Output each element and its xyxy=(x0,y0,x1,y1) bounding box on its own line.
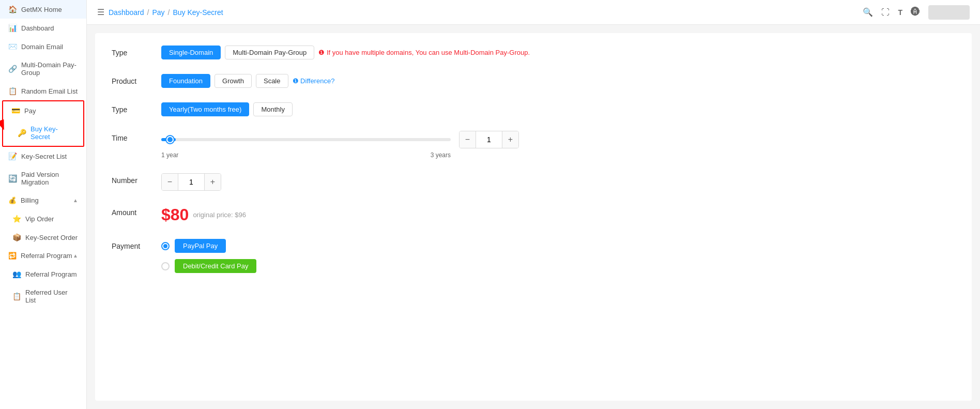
sidebar-item-vip-order[interactable]: ⭐ Vip Order xyxy=(0,209,86,228)
debit-pay-btn[interactable]: Debit/Credit Card Pay xyxy=(175,259,256,273)
payment-content: PayPal Pay Debit/Credit Card Pay xyxy=(161,239,955,273)
sidebar-item-paid-migration[interactable]: 🔄 Paid Version Migration xyxy=(0,165,86,191)
multi-domain-btn[interactable]: Multi-Domain Pay-Group xyxy=(225,46,314,59)
dashboard-icon: 📊 xyxy=(8,24,17,32)
billing-type-row: Type Yearly(Two months free) Monthly xyxy=(112,102,955,116)
list-icon: 📋 xyxy=(8,87,17,95)
breadcrumb-current[interactable]: Buy Key-Secret xyxy=(173,8,223,17)
sidebar: 🏠 GetMX Home 📊 Dashboard ✉️ Domain Email… xyxy=(0,0,87,409)
migration-icon: 🔄 xyxy=(8,174,17,183)
breadcrumb-pay[interactable]: Pay xyxy=(152,8,164,17)
number-stepper-plus[interactable]: + xyxy=(204,174,221,190)
text-icon[interactable]: T xyxy=(898,8,902,17)
time-stepper-minus[interactable]: − xyxy=(460,131,476,148)
amount-label: Amount xyxy=(112,205,153,217)
time-row: Time − + 1 year 3 years xyxy=(112,131,955,159)
growth-btn[interactable]: Growth xyxy=(215,74,252,88)
order-icon: 📦 xyxy=(12,233,21,241)
sidebar-item-buy-key-secret[interactable]: 🔑 Buy Key-Secret xyxy=(3,120,83,146)
foundation-btn[interactable]: Foundation xyxy=(161,74,210,88)
user-avatar xyxy=(928,5,970,20)
yearly-btn[interactable]: Yearly(Two months free) xyxy=(161,102,249,116)
billing-chevron: ▲ xyxy=(73,198,78,203)
sidebar-item-pay[interactable]: 💳 Pay xyxy=(3,101,83,120)
ref-list-icon: 📋 xyxy=(12,292,21,300)
slider-labels: 1 year 3 years xyxy=(161,152,451,159)
product-content: Foundation Growth Scale ❶ Difference? xyxy=(161,74,955,88)
ref-prog-icon: 👥 xyxy=(12,270,21,278)
fullscreen-icon[interactable]: ⛶ xyxy=(881,8,890,17)
topbar-right: 🔍 ⛶ T 🅐 xyxy=(863,5,970,20)
referral-icon: 🔁 xyxy=(8,252,17,260)
debit-radio[interactable] xyxy=(161,262,170,270)
sidebar-item-key-secret-order[interactable]: 📦 Key-Secret Order xyxy=(0,228,86,247)
link-icon: 🔗 xyxy=(8,65,17,73)
type-row: Type Single-Domain Multi-Domain Pay-Grou… xyxy=(112,46,955,59)
billing-group-left: 💰 Billing xyxy=(8,196,39,204)
time-slider-row: − + xyxy=(161,131,519,148)
email-icon: ✉️ xyxy=(8,42,17,51)
number-stepper: − + xyxy=(161,173,221,191)
account-icon[interactable]: 🅐 xyxy=(911,7,920,18)
monthly-btn[interactable]: Monthly xyxy=(253,102,293,116)
home-icon: 🏠 xyxy=(8,5,17,13)
number-stepper-input[interactable] xyxy=(178,174,204,190)
time-slider-thumb[interactable] xyxy=(166,136,174,143)
time-label: Time xyxy=(112,131,153,142)
time-stepper-input[interactable] xyxy=(476,131,502,148)
number-stepper-minus[interactable]: − xyxy=(162,174,178,190)
breadcrumb-sep2: / xyxy=(168,8,170,17)
referral-group-header[interactable]: 🔁 Referral Program ▲ xyxy=(0,247,86,265)
difference-link[interactable]: ❶ Difference? xyxy=(293,77,335,85)
payment-label: Payment xyxy=(112,239,153,250)
sidebar-item-referred-user-list[interactable]: 📋 Referred User List xyxy=(0,283,86,309)
referral-group-left: 🔁 Referral Program xyxy=(8,252,72,260)
topbar-left: ☰ Dashboard / Pay / Buy Key-Secret xyxy=(97,7,223,17)
billing-content: Yearly(Two months free) Monthly xyxy=(161,102,955,116)
breadcrumb-dashboard[interactable]: Dashboard xyxy=(109,8,144,17)
time-content: − + 1 year 3 years xyxy=(161,131,955,159)
list2-icon: 📝 xyxy=(8,152,17,160)
sidebar-item-getmx-home[interactable]: 🏠 GetMX Home xyxy=(0,0,86,19)
breadcrumb: Dashboard / Pay / Buy Key-Secret xyxy=(109,8,223,17)
type-info: ❶ If you have multiple domains, You can … xyxy=(318,49,530,56)
menu-icon[interactable]: ☰ xyxy=(97,7,104,17)
search-icon[interactable]: 🔍 xyxy=(863,7,873,17)
slider-max-label: 3 years xyxy=(431,152,451,159)
sidebar-item-random-email[interactable]: 📋 Random Email List xyxy=(0,82,86,100)
pay-highlight-box: 💳 Pay 🔑 Buy Key-Secret xyxy=(2,100,84,147)
type-content: Single-Domain Multi-Domain Pay-Group ❶ I… xyxy=(161,46,955,59)
pay-group: 💳 Pay 🔑 Buy Key-Secret xyxy=(0,100,86,147)
sidebar-item-referral-program[interactable]: 👥 Referral Program xyxy=(0,265,86,283)
amount-original: original price: $96 xyxy=(193,211,246,219)
time-stepper-plus[interactable]: + xyxy=(502,131,518,148)
topbar: ☰ Dashboard / Pay / Buy Key-Secret 🔍 ⛶ T… xyxy=(87,0,980,25)
sidebar-item-domain-email[interactable]: ✉️ Domain Email xyxy=(0,37,86,56)
time-slider-track[interactable] xyxy=(161,138,451,141)
paypal-pay-btn[interactable]: PayPal Pay xyxy=(175,239,226,253)
payment-debit: Debit/Credit Card Pay xyxy=(161,259,256,273)
billing-label: Type xyxy=(112,102,153,114)
amount-row: Amount $80 original price: $96 xyxy=(112,205,955,224)
billing-group-header[interactable]: 💰 Billing ▲ xyxy=(0,191,86,209)
pay-icon: 💳 xyxy=(11,107,20,115)
scale-btn[interactable]: Scale xyxy=(256,74,288,88)
slider-min-label: 1 year xyxy=(161,152,178,159)
single-domain-btn[interactable]: Single-Domain xyxy=(161,46,221,59)
vip-icon: ⭐ xyxy=(12,215,21,223)
main-area: ☰ Dashboard / Pay / Buy Key-Secret 🔍 ⛶ T… xyxy=(87,0,980,409)
sidebar-item-dashboard[interactable]: 📊 Dashboard xyxy=(0,19,86,37)
paypal-radio[interactable] xyxy=(161,242,170,250)
amount-content: $80 original price: $96 xyxy=(161,205,955,224)
product-label: Product xyxy=(112,74,153,85)
number-content: − + xyxy=(161,173,955,191)
number-label: Number xyxy=(112,173,153,185)
payment-row: Payment PayPal Pay Debit/Credit Card Pay xyxy=(112,239,955,273)
sidebar-item-key-secret-list[interactable]: 📝 Key-Secret List xyxy=(0,147,86,165)
sidebar-item-multi-domain[interactable]: 🔗 Multi-Domain Pay-Group xyxy=(0,56,86,82)
billing-icon: 💰 xyxy=(8,196,17,204)
number-row: Number − + xyxy=(112,173,955,191)
type-label: Type xyxy=(112,46,153,57)
payment-paypal: PayPal Pay xyxy=(161,239,256,253)
payment-options: PayPal Pay Debit/Credit Card Pay xyxy=(161,239,256,273)
